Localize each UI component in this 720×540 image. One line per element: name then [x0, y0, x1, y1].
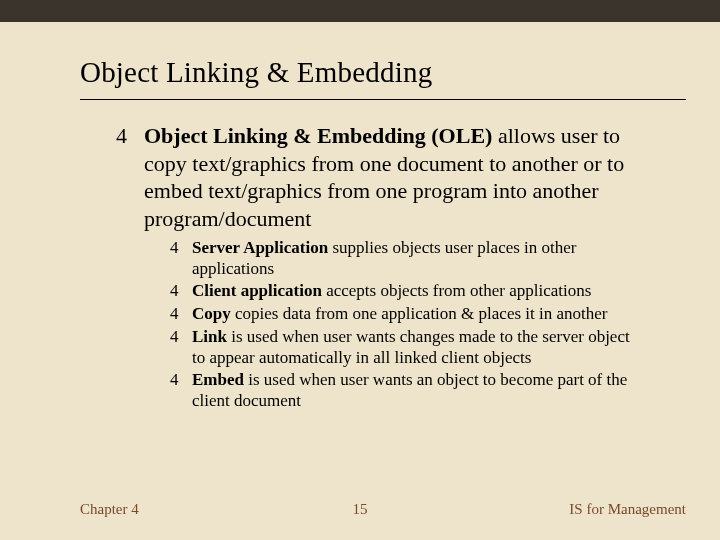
- sub-bullet-list: 4 Server Application supplies objects us…: [0, 232, 720, 412]
- bullet-marker: 4: [116, 122, 130, 232]
- sub-bullet: 4 Embed is used when user wants an objec…: [170, 370, 642, 411]
- sub-bold: Server Application: [192, 238, 328, 257]
- top-band: [0, 0, 720, 22]
- bullet-marker: 4: [170, 238, 182, 279]
- sub-bullet-text: Copy copies data from one application & …: [192, 304, 607, 325]
- footer-page-number: 15: [353, 501, 368, 518]
- footer-left: Chapter 4: [80, 501, 139, 518]
- sub-bullet-text: Embed is used when user wants an object …: [192, 370, 642, 411]
- sub-bold: Link: [192, 327, 227, 346]
- sub-bullet-text: Server Application supplies objects user…: [192, 238, 642, 279]
- main-bullet-bold: Object Linking & Embedding (OLE): [144, 123, 492, 148]
- main-bullet-text: Object Linking & Embedding (OLE) allows …: [144, 122, 658, 232]
- sub-rest: copies data from one application & place…: [231, 304, 608, 323]
- sub-rest: is used when user wants an object to bec…: [192, 370, 627, 410]
- sub-bold: Embed: [192, 370, 244, 389]
- main-bullet: 4 Object Linking & Embedding (OLE) allow…: [0, 100, 720, 232]
- footer-right: IS for Management: [569, 501, 686, 518]
- sub-bullet-text: Client application accepts objects from …: [192, 281, 591, 302]
- sub-rest: accepts objects from other applications: [322, 281, 592, 300]
- sub-bullet-text: Link is used when user wants changes mad…: [192, 327, 642, 368]
- sub-bullet: 4 Copy copies data from one application …: [170, 304, 642, 325]
- slide-footer: Chapter 4 15 IS for Management: [0, 501, 720, 518]
- bullet-marker: 4: [170, 281, 182, 302]
- sub-bullet: 4 Server Application supplies objects us…: [170, 238, 642, 279]
- bullet-marker: 4: [170, 370, 182, 411]
- slide-title: Object Linking & Embedding: [0, 22, 720, 99]
- slide-content: Object Linking & Embedding 4 Object Link…: [0, 22, 720, 412]
- bullet-marker: 4: [170, 327, 182, 368]
- sub-bullet: 4 Link is used when user wants changes m…: [170, 327, 642, 368]
- sub-bold: Copy: [192, 304, 231, 323]
- sub-bullet: 4 Client application accepts objects fro…: [170, 281, 642, 302]
- bullet-marker: 4: [170, 304, 182, 325]
- sub-rest: is used when user wants changes made to …: [192, 327, 630, 367]
- sub-bold: Client application: [192, 281, 322, 300]
